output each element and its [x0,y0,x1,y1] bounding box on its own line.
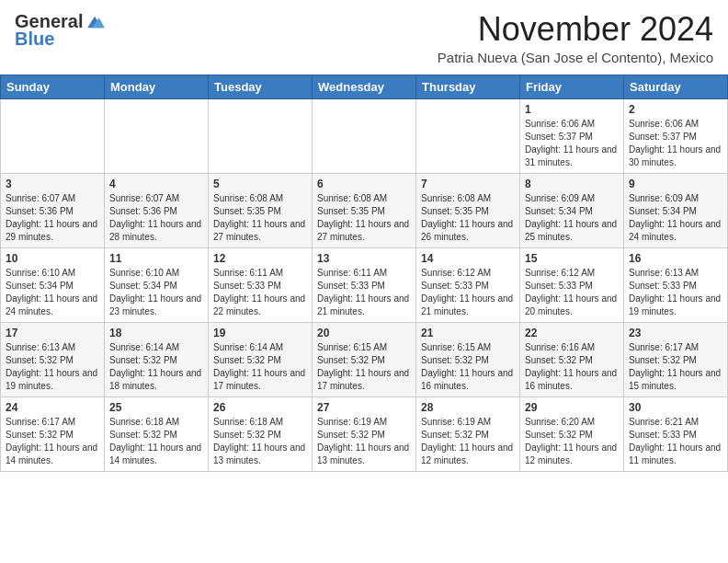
calendar-cell: 14Sunrise: 6:12 AMSunset: 5:33 PMDayligh… [416,247,520,322]
day-info: Sunrise: 6:17 AMSunset: 5:32 PMDaylight:… [629,341,722,393]
day-number: 26 [213,401,307,414]
day-info: Sunrise: 6:19 AMSunset: 5:32 PMDaylight:… [421,416,515,467]
weekday-header-wednesday: Wednesday [313,75,416,98]
calendar-cell: 1Sunrise: 6:06 AMSunset: 5:37 PMDaylight… [520,98,624,173]
calendar-table: SundayMondayTuesdayWednesdayThursdayFrid… [0,75,728,472]
day-number: 13 [317,252,411,265]
calendar-cell: 18Sunrise: 6:14 AMSunset: 5:32 PMDayligh… [105,322,209,396]
calendar-cell: 28Sunrise: 6:19 AMSunset: 5:32 PMDayligh… [416,396,520,471]
calendar-week-row: 17Sunrise: 6:13 AMSunset: 5:32 PMDayligh… [1,322,728,396]
calendar-cell: 30Sunrise: 6:21 AMSunset: 5:33 PMDayligh… [624,396,728,471]
day-number: 2 [629,103,722,116]
day-number: 22 [525,327,619,339]
calendar-week-row: 3Sunrise: 6:07 AMSunset: 5:36 PMDaylight… [1,173,728,247]
title-block: November 2024 Patria Nueva (San Jose el … [438,11,713,65]
day-info: Sunrise: 6:11 AMSunset: 5:33 PMDaylight:… [317,267,411,318]
day-info: Sunrise: 6:12 AMSunset: 5:33 PMDaylight:… [525,267,619,318]
calendar-cell: 2Sunrise: 6:06 AMSunset: 5:37 PMDaylight… [624,98,728,173]
calendar-cell: 15Sunrise: 6:12 AMSunset: 5:33 PMDayligh… [520,247,624,322]
day-info: Sunrise: 6:06 AMSunset: 5:37 PMDaylight:… [629,118,722,169]
weekday-header-saturday: Saturday [624,75,728,98]
calendar-cell: 29Sunrise: 6:20 AMSunset: 5:32 PMDayligh… [520,396,624,471]
calendar-cell: 22Sunrise: 6:16 AMSunset: 5:32 PMDayligh… [520,322,624,396]
calendar-cell: 24Sunrise: 6:17 AMSunset: 5:32 PMDayligh… [1,396,105,471]
day-number: 5 [213,178,307,190]
logo-icon [85,15,105,29]
day-number: 29 [525,401,619,414]
day-number: 16 [629,252,722,265]
day-number: 15 [525,252,619,265]
day-info: Sunrise: 6:08 AMSunset: 5:35 PMDaylight:… [213,192,307,244]
day-info: Sunrise: 6:07 AMSunset: 5:36 PMDaylight:… [6,192,99,244]
day-info: Sunrise: 6:16 AMSunset: 5:32 PMDaylight:… [525,341,619,393]
day-number: 7 [421,178,515,190]
day-number: 11 [109,252,203,265]
day-number: 24 [6,401,99,414]
day-number: 6 [317,178,411,190]
day-number: 21 [421,327,515,339]
day-number: 19 [213,327,307,339]
day-number: 3 [6,178,99,190]
day-info: Sunrise: 6:19 AMSunset: 5:32 PMDaylight:… [317,416,411,467]
calendar-cell: 4Sunrise: 6:07 AMSunset: 5:36 PMDaylight… [105,173,209,247]
day-number: 30 [629,401,722,414]
calendar-week-row: 24Sunrise: 6:17 AMSunset: 5:32 PMDayligh… [1,396,728,471]
calendar-cell: 19Sunrise: 6:14 AMSunset: 5:32 PMDayligh… [209,322,313,396]
weekday-header-friday: Friday [520,75,624,98]
location-text: Patria Nueva (San Jose el Contento), Mex… [438,50,713,65]
calendar-cell: 21Sunrise: 6:15 AMSunset: 5:32 PMDayligh… [416,322,520,396]
calendar-cell [105,98,209,173]
day-number: 25 [109,401,203,414]
day-info: Sunrise: 6:08 AMSunset: 5:35 PMDaylight:… [317,192,411,244]
day-info: Sunrise: 6:13 AMSunset: 5:33 PMDaylight:… [629,267,722,318]
day-info: Sunrise: 6:08 AMSunset: 5:35 PMDaylight:… [421,192,515,244]
calendar-cell: 10Sunrise: 6:10 AMSunset: 5:34 PMDayligh… [1,247,105,322]
calendar-cell: 6Sunrise: 6:08 AMSunset: 5:35 PMDaylight… [313,173,416,247]
day-info: Sunrise: 6:10 AMSunset: 5:34 PMDaylight:… [6,267,99,318]
calendar-cell [313,98,416,173]
calendar-cell: 11Sunrise: 6:10 AMSunset: 5:34 PMDayligh… [105,247,209,322]
weekday-header-sunday: Sunday [1,75,105,98]
day-info: Sunrise: 6:09 AMSunset: 5:34 PMDaylight:… [629,192,722,244]
calendar-cell: 5Sunrise: 6:08 AMSunset: 5:35 PMDaylight… [209,173,313,247]
day-info: Sunrise: 6:10 AMSunset: 5:34 PMDaylight:… [109,267,203,318]
day-info: Sunrise: 6:06 AMSunset: 5:37 PMDaylight:… [525,118,619,169]
calendar-cell: 12Sunrise: 6:11 AMSunset: 5:33 PMDayligh… [209,247,313,322]
day-number: 20 [317,327,411,339]
weekday-header-tuesday: Tuesday [209,75,313,98]
day-info: Sunrise: 6:07 AMSunset: 5:36 PMDaylight:… [109,192,203,244]
day-number: 18 [109,327,203,339]
day-info: Sunrise: 6:12 AMSunset: 5:33 PMDaylight:… [421,267,515,318]
day-info: Sunrise: 6:18 AMSunset: 5:32 PMDaylight:… [109,416,203,467]
day-info: Sunrise: 6:11 AMSunset: 5:33 PMDaylight:… [213,267,307,318]
calendar-cell: 20Sunrise: 6:15 AMSunset: 5:32 PMDayligh… [313,322,416,396]
logo-blue-text: Blue [15,29,54,50]
day-number: 28 [421,401,515,414]
calendar-cell: 26Sunrise: 6:18 AMSunset: 5:32 PMDayligh… [209,396,313,471]
calendar-week-row: 1Sunrise: 6:06 AMSunset: 5:37 PMDaylight… [1,98,728,173]
day-info: Sunrise: 6:21 AMSunset: 5:33 PMDaylight:… [629,416,722,467]
calendar-cell: 23Sunrise: 6:17 AMSunset: 5:32 PMDayligh… [624,322,728,396]
calendar-cell: 3Sunrise: 6:07 AMSunset: 5:36 PMDaylight… [1,173,105,247]
day-info: Sunrise: 6:15 AMSunset: 5:32 PMDaylight:… [421,341,515,393]
day-info: Sunrise: 6:13 AMSunset: 5:32 PMDaylight:… [6,341,99,393]
calendar-cell: 13Sunrise: 6:11 AMSunset: 5:33 PMDayligh… [313,247,416,322]
weekday-header-row: SundayMondayTuesdayWednesdayThursdayFrid… [1,75,728,98]
weekday-header-thursday: Thursday [416,75,520,98]
day-number: 4 [109,178,203,190]
calendar-cell: 27Sunrise: 6:19 AMSunset: 5:32 PMDayligh… [313,396,416,471]
calendar-cell: 17Sunrise: 6:13 AMSunset: 5:32 PMDayligh… [1,322,105,396]
day-number: 1 [525,103,619,116]
month-title: November 2024 [438,11,713,48]
calendar-cell: 16Sunrise: 6:13 AMSunset: 5:33 PMDayligh… [624,247,728,322]
day-info: Sunrise: 6:15 AMSunset: 5:32 PMDaylight:… [317,341,411,393]
day-info: Sunrise: 6:14 AMSunset: 5:32 PMDaylight:… [109,341,203,393]
calendar-cell: 8Sunrise: 6:09 AMSunset: 5:34 PMDaylight… [520,173,624,247]
day-number: 12 [213,252,307,265]
day-info: Sunrise: 6:09 AMSunset: 5:34 PMDaylight:… [525,192,619,244]
weekday-header-monday: Monday [105,75,209,98]
calendar-cell [416,98,520,173]
day-number: 14 [421,252,515,265]
calendar-cell: 9Sunrise: 6:09 AMSunset: 5:34 PMDaylight… [624,173,728,247]
calendar-cell: 7Sunrise: 6:08 AMSunset: 5:35 PMDaylight… [416,173,520,247]
